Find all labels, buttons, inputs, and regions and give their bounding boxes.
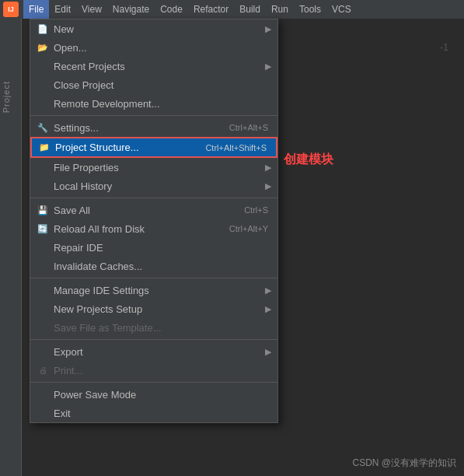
menu-bar: IJ File Edit View Navigate Code Refactor… [0,0,464,19]
power-save-icon [37,388,49,401]
project-structure-icon: 📁 [38,142,51,154]
new-icon: 📄 [37,23,49,35]
settings-shortcut: Ctrl+Alt+S [229,123,271,132]
export-arrow-icon: ▶ [265,347,271,357]
invalidate-icon [37,260,49,272]
menu-code[interactable]: Code [155,0,188,19]
menu-item-remote-development[interactable]: Remote Development... [30,94,277,113]
close-project-icon [37,79,49,91]
project-structure-shortcut: Ctrl+Alt+Shift+S [205,143,270,152]
manage-ide-arrow-icon: ▶ [265,285,271,296]
menu-item-manage-ide[interactable]: Manage IDE Settings ▶ [30,281,277,299]
open-icon: 📂 [37,41,49,54]
reload-shortcut: Ctrl+Alt+Y [229,224,271,233]
menu-item-exit[interactable]: Exit [30,404,277,422]
menu-refactor[interactable]: Refactor [188,0,234,19]
menu-item-power-save-mode[interactable]: Power Save Mode [30,385,277,404]
separator-4 [30,339,277,340]
file-properties-arrow-icon: ▶ [265,163,271,173]
menu-item-settings[interactable]: 🔧 Settings... Ctrl+Alt+S [30,118,277,137]
menu-build[interactable]: Build [234,0,266,19]
menu-vcs[interactable]: VCS [326,0,357,19]
menu-item-project-structure[interactable]: 📁 Project Structure... Ctrl+Alt+Shift+S [30,137,277,158]
remote-icon [37,97,49,110]
menu-item-save-template: Save File as Template... [30,318,277,337]
save-all-shortcut: Ctrl+S [244,205,271,215]
tab-label: -1 [440,42,448,53]
save-template-icon [37,321,49,334]
menu-item-invalidate-caches[interactable]: Invalidate Caches... [30,257,277,275]
sidebar: Project [0,19,22,476]
menu-item-local-history[interactable]: Local History ▶ [30,177,277,195]
menu-item-new-projects-setup[interactable]: New Projects Setup ▶ [30,299,277,318]
recent-icon [37,60,49,72]
exit-icon [37,407,49,419]
print-icon: 🖨 [37,364,49,376]
menu-view[interactable]: View [76,0,107,19]
repair-icon [37,241,49,254]
manage-ide-icon [37,284,49,296]
local-history-icon [37,180,49,192]
separator-1 [30,115,277,116]
app-logo: IJ [3,2,19,17]
menu-tools[interactable]: Tools [294,0,326,19]
menu-item-save-all[interactable]: 💾 Save All Ctrl+S [30,201,277,219]
separator-3 [30,278,277,278]
annotation-text: 创建模块 [284,152,333,168]
menu-item-export[interactable]: Export ▶ [30,342,277,361]
menu-item-recent-projects[interactable]: Recent Projects ▶ [30,57,277,75]
menu-item-file-properties[interactable]: File Properties ▶ [30,158,277,177]
new-projects-arrow-icon: ▶ [265,304,271,314]
menu-run[interactable]: Run [266,0,294,19]
file-properties-icon [37,161,49,173]
new-arrow-icon: ▶ [265,24,271,34]
recent-arrow-icon: ▶ [265,61,271,72]
file-dropdown-menu: 📄 New ▶ 📂 Open... Recent Projects ▶ Clos… [30,19,278,423]
separator-2 [30,198,277,198]
new-projects-icon [37,303,49,315]
separator-5 [30,382,277,383]
menu-item-print: 🖨 Print... [30,361,277,380]
settings-wrench-icon: 🔧 [37,121,49,134]
watermark-text: CSDN @没有难学的知识 [352,457,456,470]
menu-item-reload[interactable]: 🔄 Reload All from Disk Ctrl+Alt+Y [30,219,277,238]
menu-edit[interactable]: Edit [49,0,76,19]
save-all-icon: 💾 [37,204,49,216]
menu-item-close-project[interactable]: Close Project [30,75,277,94]
export-icon [37,345,49,358]
local-history-arrow-icon: ▶ [265,181,271,191]
sidebar-project-label[interactable]: Project [2,81,11,113]
menu-navigate[interactable]: Navigate [107,0,155,19]
menu-file[interactable]: File [23,0,49,19]
menu-item-new[interactable]: 📄 New ▶ [30,19,277,38]
menu-item-open[interactable]: 📂 Open... [30,38,277,57]
menu-item-repair-ide[interactable]: Repair IDE [30,238,277,257]
reload-icon: 🔄 [37,222,49,235]
